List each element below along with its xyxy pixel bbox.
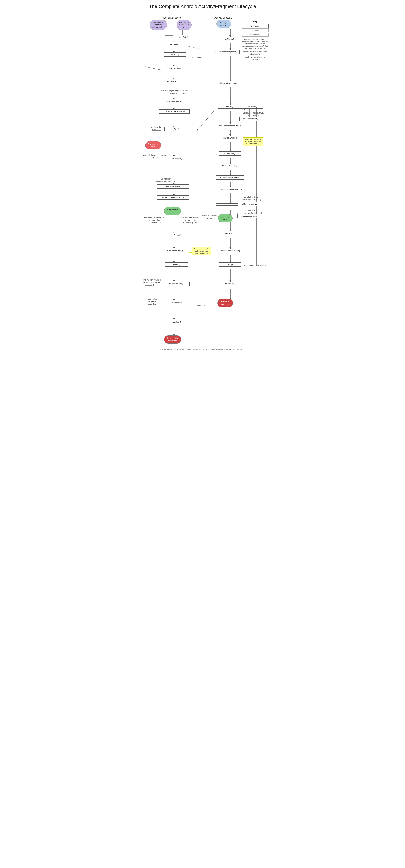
onpause-frag-node: onPause()	[165, 233, 188, 237]
oncreateview-node: onCreateView()	[163, 66, 185, 70]
retain-instance-2-note: ✓ retainInstance the fragment is reattac…	[142, 298, 163, 305]
things-weird-note: Things get a little weird here if you're…	[243, 137, 263, 146]
activity-launched: Activity is launched	[216, 20, 231, 28]
onviewstaterestored-node: onViewStateRestored()	[159, 110, 190, 114]
fragment-lifecycle-header: Fragment Lifecycle	[149, 16, 194, 19]
onuserleavehint-node: onUserLeaveHint()	[238, 214, 260, 218]
onpause-act-node: onPause()	[219, 231, 241, 236]
user-nav-backward-text: User navigates backward or fragment is r…	[181, 216, 200, 224]
onattachfragment-box: onAttachFragment()	[217, 50, 240, 54]
oncreateview-box: onCreateView()	[163, 66, 185, 70]
retain-instance-3-note: ✓ retainInstance	[192, 304, 205, 307]
oncreateoptionsmenu-act-box: onCreateOptionsMenu()	[216, 187, 248, 191]
ondestroyview-node: onDestroyView()	[163, 282, 190, 286]
fragment-destroyed: Fragment is destroyed	[164, 335, 181, 344]
onuserinteraction-box: onUserInteraction()	[238, 202, 261, 206]
user-returns-label: User returns to the activity	[202, 214, 217, 219]
called-when-note: Called when an activity you launched exi…	[242, 112, 265, 117]
oninflate-box: onInflate()	[173, 35, 195, 39]
onrestart-node: onRestart()	[241, 104, 263, 109]
oncreateoptionsmenu-frag-box: onCreateOptionsMenu()	[157, 184, 189, 189]
onstart-frag-box: onStart()	[164, 127, 187, 131]
user-nav-backward-note: User navigates backward or fragment is r…	[180, 216, 201, 224]
oncreate-frag-node: onCreate()	[163, 53, 186, 57]
svg-marker-80	[216, 154, 217, 156]
onattach-box: onAttach()	[163, 43, 186, 47]
this-method-note: This method may be called at any time be…	[192, 247, 211, 255]
svg-line-75	[197, 108, 216, 130]
fragment-destroyed-node: Fragment is destroyed	[164, 335, 181, 344]
key-common-label: Common	[251, 25, 259, 27]
activity-lifecycle-label: Activity Lifecycle	[214, 16, 232, 19]
fragment-start1: Fragment is added to existing activity	[150, 20, 167, 30]
onactivitycreated-box: onActivityCreated()	[161, 99, 189, 103]
oncreateoptionsmenu-frag-node: onCreateOptionsMenu()	[157, 184, 189, 189]
activity-shut-down: Activity is shut down	[217, 299, 233, 307]
onpause-frag-box: onPause()	[165, 233, 188, 237]
fragment-start1-node: Fragment is added to existing activity	[150, 20, 167, 30]
only-sethas-text: Only called if setHasOptionsMenu(true)	[156, 178, 176, 182]
onstart-act-box: onStart()	[218, 104, 241, 109]
onuserinteraction-node: onUserInteraction()	[238, 202, 261, 206]
onstop-frag-box: onStop()	[165, 262, 188, 267]
key-title: Key	[242, 20, 269, 23]
svg-line-74	[184, 45, 216, 53]
apps-higher-priority-node: Apps with higher priority need memory	[142, 153, 168, 159]
onattachedtowindow-box: onAttachedToWindow()	[216, 175, 244, 180]
page-title: The Complete Android Activity/Fragment L…	[138, 3, 267, 9]
onattach-node: onAttach()	[163, 43, 186, 47]
onstop-act-node: onStop()	[219, 262, 241, 267]
onviewstaterestored-box: onViewStateRestored()	[159, 110, 190, 114]
oncreate-act-box: onCreate()	[219, 37, 241, 41]
onsaveinstancestate-act-box: onSaveInstanceState()	[215, 249, 247, 253]
fragment-lifecycle-label: Fragment Lifecycle	[161, 16, 181, 19]
onactivityresult-node: onActivityResult()	[239, 117, 262, 121]
called-when-text: Called when an activity you launched exi…	[243, 112, 264, 117]
only-sethas-note: Only called if setHasOptionsMenu(true)	[155, 178, 178, 183]
svg-marker-4	[173, 41, 175, 42]
key-common-box: Common	[242, 24, 269, 28]
ondestroyview-box: onDestroyView()	[163, 282, 190, 286]
key-conditional-box: Conditional	[242, 33, 269, 37]
onsaveinstancestate-act-node: onSaveInstanceState()	[215, 249, 247, 253]
ondetach-node: onDetach()	[165, 320, 188, 324]
onviewcreated-node: onViewCreated()	[163, 79, 186, 83]
called-user-interacts-note: Called when the user interacts with the …	[241, 195, 263, 201]
ondestroy-frag-box: onDestroy()	[165, 301, 188, 305]
onactivityresult-box: onActivityResult()	[239, 117, 262, 121]
oncreateoptionsmenu-act-node: onCreateOptionsMenu()	[216, 187, 248, 191]
svg-marker-89	[243, 109, 245, 111]
only-onuser-text: Only called when onUserInteraction() is …	[237, 210, 262, 214]
onstop-act-box: onStop()	[219, 262, 241, 267]
oncontentchanged-node: onContentChanged()	[216, 81, 239, 85]
onactivitycreated-node: onActivityCreated()	[161, 99, 189, 103]
svg-marker-76	[196, 129, 199, 130]
retain-instance-3-text: ✓ retainInstance	[192, 305, 205, 307]
retain-instance-1-text: ✓ retainInstance	[192, 56, 205, 58]
oncontentchanged-box: onContentChanged()	[216, 81, 239, 85]
footer-text: v0.9.0 2014-04-22 Steve Pomeroy <stevep@…	[160, 348, 245, 350]
onpostresume-node: onPostResume()	[219, 163, 241, 168]
onresume-act-box: onResume()	[219, 151, 241, 156]
fragment-start2-node: Fragment is inflated from layout	[177, 20, 192, 30]
svg-marker-94	[159, 69, 161, 71]
onpostresume-box: onPostResume()	[219, 163, 241, 168]
only-called-text: Only called upon fragment creation and r…	[161, 90, 188, 94]
user-nav-act-text: User navigates to the activity	[244, 265, 267, 267]
activity-launched-node: Activity is launched	[216, 20, 231, 28]
this-method-text: This method may be called at any time be…	[192, 247, 211, 255]
key-note1: Uncommon lifecycle events are ones that …	[242, 38, 269, 50]
onresume-frag-node: onResume()	[165, 157, 188, 161]
frag-returns-layout-note: The fragment returns to the layout from …	[142, 278, 163, 286]
app-process-killed: App process killed	[145, 141, 161, 150]
onprepareoptionsmenu-frag-box: onPrepareOptionsMenu()	[157, 195, 189, 199]
onstart-act-node: onStart()	[218, 104, 241, 109]
key-note3: Added: fragment is in the view hierachy	[242, 56, 269, 61]
onrestart-box: onRestart()	[241, 104, 263, 109]
onuserleavehint-box: onUserLeaveHint()	[238, 214, 260, 218]
user-navigates-text: User navigates to the activity	[145, 126, 161, 131]
arrows-svg	[138, 13, 269, 829]
only-onuser-note: Only called when onUserInteraction() is …	[237, 209, 262, 214]
onviewcreated-box: onViewCreated()	[163, 79, 186, 83]
app-process-killed-node: App process killed	[145, 141, 161, 150]
